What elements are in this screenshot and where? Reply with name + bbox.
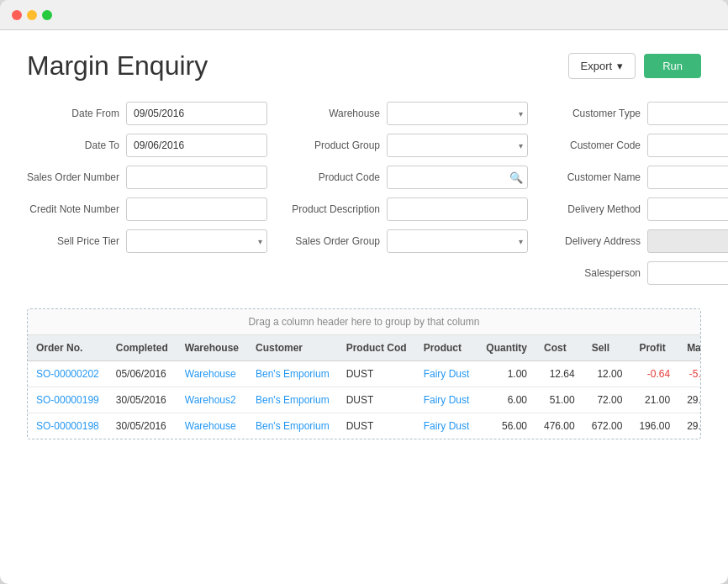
product-code-input[interactable] bbox=[387, 166, 528, 189]
cell-order-no[interactable]: SO-00000199 bbox=[28, 387, 108, 413]
salesperson-label: Salesperson bbox=[548, 267, 641, 279]
date-from-input[interactable] bbox=[126, 102, 267, 125]
cell-product[interactable]: Fairy Dust bbox=[415, 387, 478, 413]
export-button[interactable]: Export ▾ bbox=[568, 53, 636, 79]
cell-warehouse[interactable]: Warehouse bbox=[177, 361, 247, 387]
col-header-profit[interactable]: Profit bbox=[630, 335, 678, 361]
sales-order-group-wrap: ▾ bbox=[387, 229, 528, 253]
customer-type-wrap: ▾ bbox=[647, 102, 728, 125]
form-col3: Customer Type ▾ Customer Code 🔍 bbox=[548, 102, 728, 293]
col-header-completed[interactable]: Completed bbox=[108, 335, 177, 361]
delivery-method-select[interactable] bbox=[647, 197, 728, 221]
close-button[interactable] bbox=[12, 10, 22, 20]
cell-margin: -5.33% bbox=[678, 361, 701, 387]
date-to-input[interactable] bbox=[126, 134, 267, 157]
col-header-product-code[interactable]: Product Cod bbox=[338, 335, 415, 361]
product-code-wrap: 🔍 bbox=[387, 166, 528, 189]
cell-completed: 30/05/2016 bbox=[108, 387, 177, 413]
cell-product[interactable]: Fairy Dust bbox=[415, 361, 478, 387]
salesperson-group: Salesperson ▾ bbox=[548, 261, 728, 285]
customer-code-input[interactable] bbox=[647, 134, 728, 157]
sales-order-group-label: Sales Order Group bbox=[288, 235, 380, 247]
header-actions: Export ▾ Run bbox=[568, 53, 701, 79]
product-group-group: Product Group ▾ bbox=[288, 134, 528, 157]
cell-cost: 476.00 bbox=[535, 413, 583, 439]
sell-price-tier-select[interactable] bbox=[126, 229, 267, 253]
delivery-address-group: Delivery Address bbox=[548, 229, 728, 253]
sell-price-tier-wrap: ▾ bbox=[126, 229, 267, 253]
credit-note-number-group: Credit Note Number bbox=[27, 197, 267, 221]
run-button[interactable]: Run bbox=[644, 54, 701, 78]
sales-order-group-select[interactable] bbox=[387, 229, 528, 253]
cell-warehouse[interactable]: Warehous2 bbox=[177, 387, 247, 413]
customer-type-label: Customer Type bbox=[548, 108, 641, 119]
cell-sell: 672.00 bbox=[583, 413, 631, 439]
product-description-input[interactable] bbox=[387, 197, 528, 221]
cell-completed: 30/05/2016 bbox=[108, 413, 177, 439]
cell-customer[interactable]: Ben's Emporium bbox=[247, 361, 338, 387]
credit-note-number-label: Credit Note Number bbox=[27, 203, 119, 215]
cell-product-code: DUST bbox=[338, 413, 415, 439]
date-from-group: Date From bbox=[27, 102, 267, 125]
cell-customer[interactable]: Ben's Emporium bbox=[247, 413, 338, 439]
credit-note-number-input[interactable] bbox=[126, 197, 267, 221]
warehouse-label: Warehouse bbox=[288, 108, 380, 119]
col-header-cost[interactable]: Cost bbox=[535, 335, 583, 361]
col-header-customer[interactable]: Customer bbox=[247, 335, 338, 361]
warehouse-group: Warehouse ▾ bbox=[288, 102, 528, 125]
col-header-margin[interactable]: Margin bbox=[678, 335, 701, 361]
maximize-button[interactable] bbox=[42, 10, 52, 20]
results-table: Order No. Completed Warehouse Customer P… bbox=[28, 335, 701, 439]
cell-order-no[interactable]: SO-00000198 bbox=[28, 413, 108, 439]
titlebar bbox=[0, 0, 728, 30]
cell-warehouse[interactable]: Warehouse bbox=[177, 413, 247, 439]
product-group-wrap: ▾ bbox=[387, 134, 528, 157]
minimize-button[interactable] bbox=[27, 10, 37, 20]
col-header-product[interactable]: Product bbox=[415, 335, 478, 361]
product-code-group: Product Code 🔍 bbox=[288, 166, 528, 189]
cell-product[interactable]: Fairy Dust bbox=[415, 413, 478, 439]
col-header-sell[interactable]: Sell bbox=[583, 335, 631, 361]
sales-order-number-input[interactable] bbox=[126, 166, 267, 189]
date-to-group: Date To bbox=[27, 134, 267, 157]
form-col1: Date From Date To Sales Order Number Cre… bbox=[27, 102, 267, 293]
customer-code-group: Customer Code 🔍 bbox=[548, 134, 728, 157]
cell-profit: -0.64 bbox=[630, 361, 678, 387]
customer-name-input[interactable] bbox=[647, 166, 728, 189]
salesperson-select[interactable] bbox=[647, 261, 728, 285]
col-header-quantity[interactable]: Quantity bbox=[477, 335, 535, 361]
results-table-section: Drag a column header here to group by th… bbox=[27, 308, 701, 439]
salesperson-wrap: ▾ bbox=[647, 261, 728, 285]
table-row: SO-00000199 30/05/2016 Warehous2 Ben's E… bbox=[28, 387, 701, 413]
date-from-label: Date From bbox=[27, 108, 119, 119]
customer-code-label: Customer Code bbox=[548, 139, 641, 151]
col-header-warehouse[interactable]: Warehouse bbox=[177, 335, 247, 361]
date-to-label: Date To bbox=[27, 139, 119, 151]
table-row: SO-00000202 05/06/2016 Warehouse Ben's E… bbox=[28, 361, 701, 387]
main-window: Margin Enquiry Export ▾ Run Date From Da… bbox=[0, 0, 728, 584]
page-title: Margin Enquiry bbox=[27, 50, 208, 82]
customer-type-select[interactable] bbox=[647, 102, 728, 125]
customer-name-label: Customer Name bbox=[548, 171, 641, 183]
product-code-search-icon[interactable]: 🔍 bbox=[509, 171, 523, 184]
cell-margin: 29.17% bbox=[678, 413, 701, 439]
cell-profit: 21.00 bbox=[630, 387, 678, 413]
export-arrow-icon: ▾ bbox=[617, 60, 623, 72]
product-group-select[interactable] bbox=[387, 134, 528, 157]
delivery-method-wrap: ▾ bbox=[647, 197, 728, 221]
table-header-row: Order No. Completed Warehouse Customer P… bbox=[28, 335, 701, 361]
cell-customer[interactable]: Ben's Emporium bbox=[247, 387, 338, 413]
col-header-order-no[interactable]: Order No. bbox=[28, 335, 108, 361]
filter-form: Date From Date To Sales Order Number Cre… bbox=[27, 102, 701, 293]
sales-order-number-label: Sales Order Number bbox=[27, 171, 119, 183]
cell-quantity: 1.00 bbox=[477, 361, 535, 387]
cell-sell: 12.00 bbox=[583, 361, 631, 387]
warehouse-select[interactable] bbox=[387, 102, 528, 125]
cell-cost: 12.64 bbox=[535, 361, 583, 387]
sell-price-tier-group: Sell Price Tier ▾ bbox=[27, 229, 267, 253]
product-description-group: Product Description bbox=[288, 197, 528, 221]
cell-order-no[interactable]: SO-00000202 bbox=[28, 361, 108, 387]
cell-product-code: DUST bbox=[338, 387, 415, 413]
drag-hint: Drag a column header here to group by th… bbox=[28, 309, 700, 335]
cell-profit: 196.00 bbox=[630, 413, 678, 439]
